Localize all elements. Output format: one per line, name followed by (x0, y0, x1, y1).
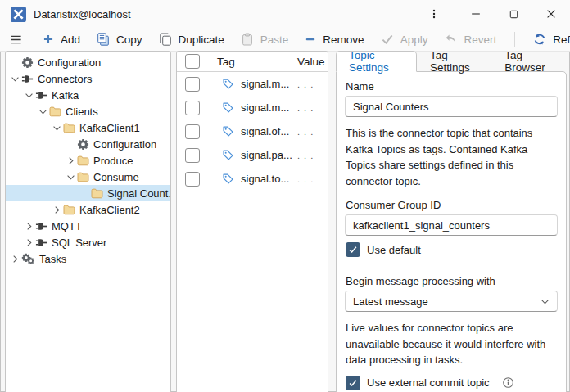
info-icon[interactable] (502, 376, 514, 389)
begin-processing-select[interactable] (345, 291, 558, 312)
tree-item-mqtt[interactable]: MQTT (6, 218, 170, 234)
table-row[interactable]: signal.of.... . . (177, 119, 328, 143)
toolbar-revert-button: Revert (436, 29, 504, 50)
tree-item-label: SQL Server (52, 237, 106, 249)
tree-item-configuration[interactable]: Configuration (6, 136, 170, 152)
tree-item-kafkaclient1[interactable]: KafkaClient1 (6, 119, 170, 136)
kebab-menu-button[interactable] (418, 0, 450, 28)
expander-spacer (65, 138, 77, 151)
tag-value: . . . (292, 151, 328, 160)
tree-item-label: Configuration (38, 56, 101, 69)
toolbar-left-group: AddCopyDuplicatePasteRemove (34, 29, 373, 50)
tag-icon (222, 125, 234, 137)
tree-item-label: Connectors (38, 73, 92, 85)
tree-item-configuration[interactable]: Configuration (6, 54, 170, 70)
row-checkbox[interactable] (185, 124, 200, 139)
toolbar-add-button[interactable]: Add (34, 29, 88, 50)
toolbar-apply-button: Apply (373, 29, 437, 50)
tree-item-label: MQTT (52, 220, 82, 232)
name-input[interactable] (345, 96, 558, 117)
tree-item-signal-count[interactable]: Signal Count... (6, 185, 170, 201)
column-header-tag[interactable]: Tag (217, 56, 292, 68)
row-checkbox[interactable] (185, 77, 200, 92)
use-default-row: Use default (346, 242, 558, 257)
tab-topic-settings[interactable]: Topic Settings (336, 51, 417, 72)
tag-table-panel: Tag Value signal.m.... . .signal.m.... .… (176, 51, 328, 392)
begin-processing-value[interactable] (345, 291, 558, 312)
chevron-right-icon[interactable] (65, 155, 77, 167)
menu-button[interactable] (0, 29, 29, 50)
toolbar-paste-label: Paste (260, 34, 289, 46)
select-all-checkbox[interactable] (185, 54, 200, 69)
folder-icon (77, 172, 89, 182)
gears-icon (21, 253, 35, 265)
tree-item-label: KafkaClient1 (79, 122, 140, 134)
folder-icon (63, 205, 75, 215)
toolbar-add-label: Add (61, 34, 80, 46)
connector-icon (35, 89, 48, 101)
topic-settings-tab-content: Name This is the connector topic that co… (336, 71, 567, 392)
table-body: signal.m.... . .signal.m.... . .signal.o… (177, 72, 328, 191)
chevron-right-icon[interactable] (51, 204, 63, 216)
toolbar-duplicate-button[interactable]: Duplicate (151, 29, 233, 50)
chevron-down-icon[interactable] (65, 171, 77, 183)
use-default-label: Use default (367, 244, 421, 256)
application-window: Dataristix@localhost AddCopyDuplicatePas… (0, 0, 570, 392)
paste-icon (241, 33, 254, 46)
folder-icon (91, 188, 103, 199)
tree-item-kafkaclient2[interactable]: KafkaClient2 (6, 201, 170, 218)
gear-icon (77, 138, 89, 151)
tab-tag-settings[interactable]: Tag Settings (418, 51, 491, 71)
chevron-down-icon[interactable] (37, 106, 49, 118)
minimize-button[interactable] (457, 0, 495, 28)
chevron-down-icon[interactable] (23, 89, 35, 101)
duplicate-icon (159, 33, 172, 46)
table-row[interactable]: signal.pa.... . . (177, 143, 328, 167)
tree-item-produce[interactable]: Produce (6, 152, 170, 169)
close-button[interactable] (532, 0, 570, 28)
tree-item-consume[interactable]: Consume (6, 169, 170, 185)
app-logo-icon (11, 7, 26, 22)
table-row[interactable]: signal.m.... . . (177, 72, 328, 96)
table-row[interactable]: signal.m.... . . (177, 96, 328, 119)
chevron-down-icon[interactable] (9, 73, 21, 85)
tree-item-tasks[interactable]: Tasks (6, 250, 170, 267)
tag-icon (222, 78, 234, 90)
toolbar-remove-label: Remove (323, 34, 364, 46)
toolbar-refresh-label: Refresh (553, 34, 570, 46)
chevron-right-icon[interactable] (23, 237, 35, 249)
maximize-button[interactable] (495, 0, 532, 28)
external-commit-checkbox[interactable] (346, 376, 360, 390)
row-checkbox[interactable] (185, 148, 200, 163)
tree-item-kafka[interactable]: Kafka (6, 87, 170, 103)
chevron-down-icon[interactable] (51, 122, 63, 134)
window-controls (418, 0, 570, 28)
window-title: Dataristix@localhost (34, 8, 131, 20)
table-row[interactable]: signal.to.... . . (177, 167, 328, 191)
tree-item-label: Consume (93, 171, 139, 183)
toolbar-right-group: ApplyRevertRefresh (373, 29, 570, 50)
consumer-group-input[interactable] (345, 214, 558, 236)
use-default-checkbox[interactable] (346, 242, 360, 257)
plus-icon (43, 34, 54, 45)
column-header-value[interactable]: Value (292, 52, 328, 71)
tree-item-connectors[interactable]: Connectors (6, 70, 170, 87)
row-checkbox[interactable] (185, 101, 200, 115)
consumer-group-label: Consumer Group ID (346, 199, 558, 211)
toolbar-copy-button[interactable]: Copy (88, 29, 151, 50)
chevron-right-icon[interactable] (23, 220, 35, 232)
tree-item-label: KafkaClient2 (79, 204, 140, 216)
tree-item-sql-server[interactable]: SQL Server (6, 234, 170, 250)
row-checkbox[interactable] (185, 172, 200, 187)
connector-icon (35, 237, 48, 249)
toolbar-remove-button[interactable]: Remove (296, 29, 372, 50)
toolbar-refresh-button[interactable]: Refresh (525, 29, 570, 50)
folder-icon (77, 155, 89, 166)
minimize-icon (470, 8, 482, 20)
tab-tag-browser[interactable]: Tag Browser (492, 51, 566, 71)
chevron-right-icon[interactable] (9, 253, 21, 265)
hamburger-menu-icon (9, 34, 23, 46)
tag-name: signal.to... (241, 173, 292, 185)
tree-item-clients[interactable]: Clients (6, 103, 170, 119)
tab-strip: Topic SettingsTag SettingsTag Browser (336, 51, 567, 71)
